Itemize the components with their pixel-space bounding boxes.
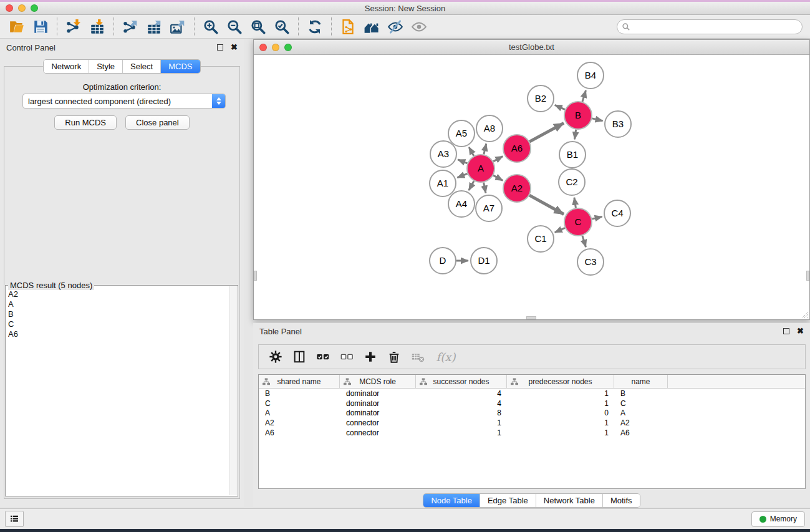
node-A3[interactable]: A3 (430, 141, 456, 167)
edge-A-A7[interactable] (484, 183, 486, 193)
edge-A-A5[interactable] (469, 147, 474, 156)
mcds-result-item[interactable]: B (8, 309, 229, 319)
edge-A6-B[interactable] (529, 123, 564, 142)
table-cell[interactable]: A2 (259, 418, 340, 427)
table-cell[interactable]: dominator (340, 389, 416, 398)
window-resize-handle-bottom[interactable] (526, 316, 536, 319)
edge-C-C2[interactable] (574, 198, 576, 208)
table-cell[interactable]: 1 (507, 428, 614, 437)
tab-network-table[interactable]: Network Table (536, 494, 603, 507)
table-cell[interactable]: 1 (507, 389, 614, 398)
network-window-titlebar[interactable]: testGlobe.txt (254, 40, 809, 55)
zoom-fit-button[interactable] (246, 17, 270, 37)
node-D1[interactable]: D1 (471, 248, 497, 274)
table-row[interactable]: Bdominator41B (259, 389, 805, 399)
search-input[interactable] (617, 19, 803, 34)
table-cell[interactable]: dominator (340, 399, 416, 408)
refresh-button[interactable] (303, 17, 327, 37)
edge-C-C1[interactable] (555, 228, 565, 232)
split-panel-button[interactable] (289, 347, 310, 367)
table-row[interactable]: Cdominator41C (259, 399, 805, 409)
table-cell[interactable]: 4 (416, 389, 507, 398)
column-header-successor-nodes[interactable]: successor nodes (416, 375, 507, 388)
export-network-button[interactable] (118, 17, 142, 37)
node-A8[interactable]: A8 (476, 115, 503, 142)
column-header-shared-name[interactable]: shared name (259, 375, 340, 388)
node-A2[interactable]: A2 (503, 175, 531, 202)
close-panel-icon[interactable]: ✖ (231, 44, 238, 51)
table-close-panel-icon[interactable]: ✖ (797, 328, 804, 334)
table-cell[interactable]: 1 (507, 418, 614, 427)
add-column-button[interactable] (360, 347, 381, 367)
tab-style[interactable]: Style (89, 60, 123, 73)
zoom-selected-button[interactable] (270, 17, 294, 37)
zoom-out-button[interactable] (223, 17, 246, 37)
memory-button[interactable]: Memory (751, 511, 805, 527)
table-cell[interactable]: B (614, 389, 668, 398)
node-A[interactable]: A (467, 155, 494, 182)
edge-B-B1[interactable] (575, 130, 576, 140)
tab-motifs[interactable]: Motifs (603, 494, 640, 507)
table-cell[interactable]: A2 (614, 418, 668, 427)
new-network-from-selection-button[interactable] (336, 17, 360, 37)
table-row[interactable]: Adominator80A (259, 409, 805, 418)
window-resize-handle-left[interactable] (254, 271, 257, 281)
table-float-panel-icon[interactable] (783, 328, 789, 334)
edge-A-A6[interactable] (493, 157, 503, 162)
float-panel-icon[interactable] (217, 44, 223, 51)
node-B2[interactable]: B2 (528, 85, 554, 112)
edge-C-C3[interactable] (582, 236, 586, 247)
column-header-MCDS-role[interactable]: MCDS role (340, 375, 416, 388)
mcds-result-item[interactable]: A2 (8, 289, 229, 299)
open-session-button[interactable] (5, 17, 29, 37)
table-cell[interactable]: 1 (416, 428, 507, 437)
node-C[interactable]: C (564, 208, 592, 236)
edge-A-A1[interactable] (457, 173, 467, 177)
tab-edge-table[interactable]: Edge Table (480, 494, 536, 507)
table-cell[interactable]: 1 (507, 399, 614, 408)
column-header-predecessor-nodes[interactable]: predecessor nodes (507, 375, 614, 388)
tab-node-table[interactable]: Node Table (423, 494, 480, 507)
table-cell[interactable]: A6 (259, 428, 340, 437)
node-A4[interactable]: A4 (448, 191, 475, 217)
tab-network[interactable]: Network (44, 60, 89, 73)
node-C3[interactable]: C3 (577, 249, 604, 275)
show-all-button[interactable] (407, 17, 431, 37)
tab-select[interactable]: Select (123, 60, 161, 73)
run-mcds-button[interactable]: Run MCDS (54, 115, 117, 130)
edge-A-A2[interactable] (493, 175, 503, 180)
hide-selected-button[interactable] (383, 17, 407, 37)
mcds-result-item[interactable]: A6 (8, 329, 229, 339)
table-cell[interactable]: 1 (416, 418, 507, 427)
table-cell[interactable]: connector (340, 428, 416, 437)
export-image-button[interactable] (166, 17, 190, 37)
node-B1[interactable]: B1 (559, 142, 586, 168)
mcds-result-item[interactable]: A (8, 299, 229, 309)
mcds-result-item[interactable]: C (8, 319, 229, 329)
edge-C-C4[interactable] (592, 216, 602, 219)
table-cell[interactable]: 8 (416, 409, 507, 417)
table-cell[interactable]: A6 (614, 428, 668, 437)
node-C1[interactable]: C1 (528, 226, 554, 252)
window-resize-corner-icon[interactable] (800, 310, 809, 319)
window-resize-handle-right[interactable] (806, 271, 809, 281)
table-row[interactable]: A6connector11A6 (259, 428, 805, 438)
column-header-name[interactable]: name (614, 375, 668, 388)
result-scrollbar[interactable] (229, 286, 237, 495)
network-graph[interactable]: B4 B2 B B3 A8 A5 A6 B1 A3 A A1 C2 A2 (254, 56, 809, 319)
export-table-button[interactable] (142, 17, 166, 37)
task-history-button[interactable] (5, 511, 24, 527)
table-cell[interactable]: 0 (507, 409, 614, 417)
first-neighbors-button[interactable] (360, 17, 383, 37)
node-A6[interactable]: A6 (503, 135, 531, 162)
select-all-button[interactable] (312, 347, 334, 367)
edge-A-A8[interactable] (484, 143, 486, 154)
save-session-button[interactable] (29, 17, 52, 37)
table-cell[interactable]: A (259, 409, 340, 417)
edge-B-B3[interactable] (592, 118, 603, 121)
node-C4[interactable]: C4 (604, 200, 630, 226)
table-cell[interactable]: connector (340, 418, 416, 427)
table-cell[interactable]: C (614, 399, 668, 408)
table-row[interactable]: A2connector11A2 (259, 418, 805, 428)
optimization-criterion-dropdown[interactable]: largest connected component (directed) (22, 94, 226, 109)
